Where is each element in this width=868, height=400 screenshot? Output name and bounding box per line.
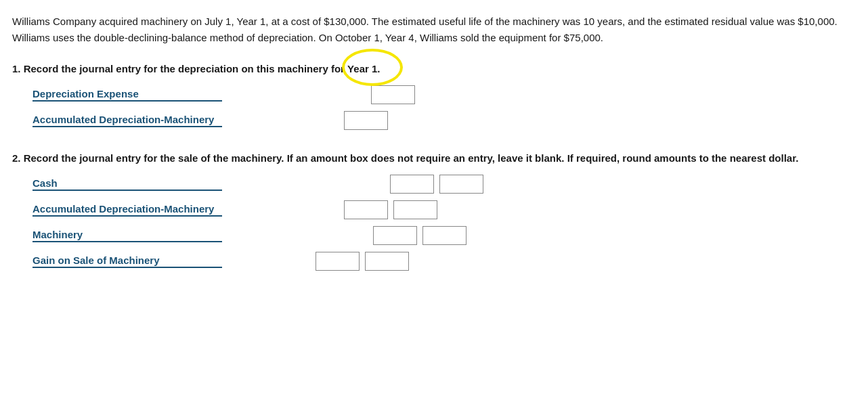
journal-entry-machinery-row: Machinery — [12, 226, 856, 245]
debit-credit-inputs — [344, 111, 388, 130]
question-1-block: 1. Record the journal entry for the depr… — [12, 61, 856, 130]
journal-entry-gain-row: Gain on Sale of Machinery — [12, 252, 856, 271]
account-accumulated-depreciation-q1: Accumulated Depreciation-Machinery — [32, 114, 222, 127]
year1-highlight: Year 1. — [347, 61, 380, 77]
machinery-credit-input[interactable] — [422, 226, 466, 245]
gain-credit-input[interactable] — [365, 252, 409, 271]
question-1-label: 1. Record the journal entry for the depr… — [12, 61, 856, 77]
gain-debit-input[interactable] — [316, 252, 360, 271]
account-machinery: Machinery — [32, 229, 222, 242]
journal-entry-cash-row: Cash — [12, 175, 856, 194]
account-accumulated-depreciation-q2: Accumulated Depreciation-Machinery — [32, 203, 222, 217]
gain-inputs — [316, 252, 409, 271]
machinery-debit-input[interactable] — [373, 226, 417, 245]
account-cash: Cash — [32, 177, 222, 191]
account-depreciation-expense: Depreciation Expense — [32, 88, 222, 102]
accum-inputs — [344, 200, 437, 219]
journal-entry-row: Depreciation Expense — [12, 85, 856, 104]
depreciation-expense-debit-input[interactable] — [371, 85, 415, 104]
debit-credit-inputs — [371, 85, 415, 104]
accum-credit-input[interactable] — [393, 200, 437, 219]
accum-debit-input[interactable] — [344, 200, 388, 219]
journal-entry-accum-row: Accumulated Depreciation-Machinery — [12, 200, 856, 219]
cash-credit-input[interactable] — [439, 175, 483, 194]
cash-debit-input[interactable] — [390, 175, 434, 194]
cash-inputs — [390, 175, 483, 194]
journal-entry-row: Accumulated Depreciation-Machinery — [12, 111, 856, 130]
accumulated-depreciation-q1-credit-input[interactable] — [344, 111, 388, 130]
question-2-block: 2. Record the journal entry for the sale… — [12, 150, 856, 271]
intro-paragraph: Williams Company acquired machinery on J… — [12, 14, 856, 46]
account-gain-on-sale: Gain on Sale of Machinery — [32, 254, 222, 268]
machinery-inputs — [373, 226, 466, 245]
question-2-label: 2. Record the journal entry for the sale… — [12, 150, 856, 166]
